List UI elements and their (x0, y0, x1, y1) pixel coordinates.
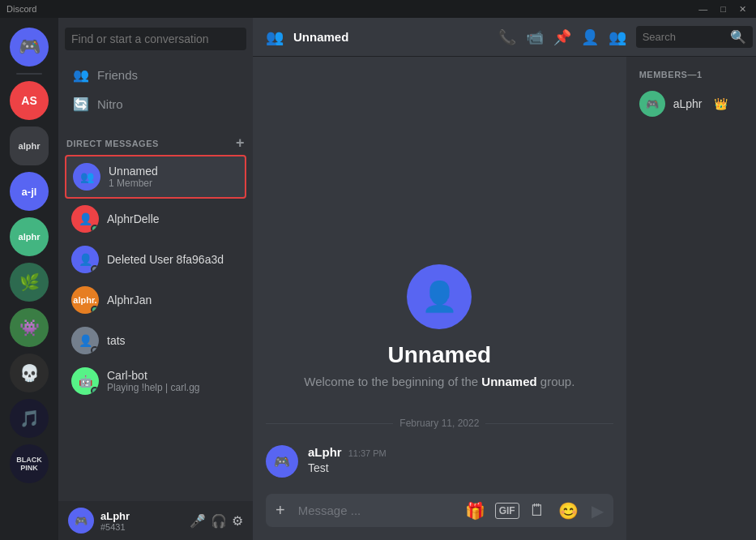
dm-item-deleteduser[interactable]: 👤 Deleted User 8fa96a3d (65, 239, 246, 280)
dm-header-label: DIRECT MESSAGES (66, 139, 159, 148)
chat-messages: 👤 Unnamed Welcome to the beginning of th… (253, 57, 626, 494)
server-icon-dark1[interactable]: 💀 (10, 354, 49, 392)
server-icon-nature[interactable]: 🌿 (10, 263, 49, 302)
server-icon-ajl[interactable]: a-jl (10, 172, 49, 211)
server-separator (16, 73, 42, 75)
close-button[interactable]: ✕ (736, 4, 750, 15)
server-label-nature: 🌿 (19, 272, 40, 292)
maximize-button[interactable]: □ (717, 4, 729, 15)
settings-icon[interactable]: ⚙ (232, 513, 243, 529)
server-label-bts: BLACKPINK (16, 456, 42, 472)
message-content: aLphr 11:37 PM Test (308, 445, 613, 477)
dm-name-alphrjan: AlphrJan (107, 294, 152, 306)
send-button[interactable]: ▶ (588, 495, 607, 527)
dm-header: DIRECT MESSAGES + (58, 122, 253, 155)
welcome-desc-prefix: Welcome to the beginning of the (304, 375, 481, 388)
dm-sub-unnamed: 1 Member (109, 178, 158, 189)
dm-info-carlbot: Carl-bot Playing !help | carl.gg (107, 369, 200, 393)
headphone-icon[interactable]: 🎧 (211, 513, 227, 529)
dm-avatar-unnamed: 👥 (73, 163, 100, 191)
search-input[interactable] (71, 32, 240, 45)
dm-item-carlbot[interactable]: 🤖 Carl-bot Playing !help | carl.gg (65, 361, 246, 401)
dm-avatar-deleteduser: 👤 (71, 246, 99, 273)
server-label-dark2: 🎵 (19, 409, 40, 428)
header-search-input[interactable] (643, 31, 725, 43)
dm-name-alphrdelle: AlphrDelle (107, 212, 160, 225)
dm-item-tats[interactable]: 👤 tats (65, 320, 246, 361)
message-avatar-icon: 🎮 (274, 454, 290, 469)
list-item[interactable]: 🎮 aLphr 👑 (633, 86, 756, 122)
dm-info-unnamed: Unnamed 1 Member (109, 165, 158, 189)
dm-sub-carlbot: Playing !help | carl.gg (107, 382, 200, 393)
server-sidebar: 🎮 AS alphr a-jl alphr 🌿 👾 💀 🎵 BLACKPINK (0, 18, 58, 540)
header-search[interactable]: 🔍 (636, 26, 753, 48)
dm-item-alphrdelle[interactable]: 👤 AlphrDelle (65, 199, 246, 239)
chat-area: 👤 Unnamed Welcome to the beginning of th… (253, 57, 626, 540)
dm-info-alphrjan: AlphrJan (107, 294, 152, 306)
add-attachment-button[interactable]: + (272, 495, 288, 526)
chat-area-wrapper: 👤 Unnamed Welcome to the beginning of th… (253, 57, 756, 540)
message-input[interactable] (295, 494, 455, 527)
video-icon[interactable]: 📹 (526, 28, 544, 46)
discord-home-button[interactable]: 🎮 (10, 28, 49, 66)
date-divider-text: February 11, 2022 (399, 418, 479, 429)
welcome-avatar-icon: 👤 (421, 280, 458, 314)
add-dm-button[interactable]: + (236, 135, 245, 152)
members-header: MEMBERS—1 (633, 70, 756, 86)
input-right-icons: 🎁 GIF 🗒 😊 ▶ (462, 495, 607, 527)
user-area-info: aLphr #5431 (100, 510, 183, 532)
dm-item-unnamed[interactable]: 👥 Unnamed 1 Member (65, 155, 246, 199)
pin-icon[interactable]: 📌 (553, 28, 571, 46)
message-avatar: 🎮 (266, 445, 298, 478)
nav-item-friends[interactable]: 👥 Friends (65, 60, 246, 89)
welcome-avatar: 👤 (407, 264, 472, 329)
titlebar: Discord — □ ✕ (0, 0, 756, 18)
dm-avatar-alphrjan: alphr. (71, 286, 99, 314)
chat-header-name: Unnamed (293, 30, 489, 44)
dm-avatar-tats: 👤 (71, 327, 99, 354)
add-member-icon[interactable]: 👤 (581, 28, 599, 46)
gift-icon[interactable]: 🎁 (462, 495, 489, 527)
nav-label-nitro: Nitro (97, 97, 123, 111)
server-icon-bts[interactable]: BLACKPINK (10, 444, 49, 483)
alphrdelle-status (91, 225, 99, 233)
tats-avatar-icon: 👤 (79, 334, 92, 347)
message-username: aLphr (308, 445, 342, 459)
server-icon-alphr2[interactable]: alphr (10, 217, 49, 256)
gif-button[interactable]: GIF (495, 503, 519, 519)
main-content: 👥 Unnamed 📞 📹 📌 👤 👥 🔍 📥 ❓ 👤 (253, 18, 756, 540)
server-icon-creeper[interactable]: 👾 (10, 308, 49, 347)
sidebar-nav: 👥 Friends 🔄 Nitro (58, 57, 253, 122)
chat-header-group-icon: 👥 (266, 28, 284, 46)
friends-icon: 👥 (73, 66, 89, 83)
server-icon-dark2[interactable]: 🎵 (10, 399, 49, 438)
message-input-box: + 🎁 GIF 🗒 😊 ▶ (266, 494, 613, 527)
server-label-alphr2: alphr (19, 232, 41, 242)
search-input-wrapper[interactable] (65, 28, 246, 50)
call-icon[interactable]: 📞 (498, 28, 516, 46)
server-label-creeper: 👾 (19, 318, 40, 337)
user-area-name: aLphr (100, 510, 183, 522)
welcome-name: Unnamed (388, 342, 492, 368)
dm-info-alphrdelle: AlphrDelle (107, 212, 160, 225)
minimize-button[interactable]: — (695, 4, 711, 15)
dm-name-carlbot: Carl-bot (107, 369, 200, 382)
members-icon[interactable]: 👥 (609, 28, 626, 46)
member-avatar-icon: 🎮 (646, 98, 659, 110)
dm-item-alphrjan[interactable]: alphr. AlphrJan (65, 280, 246, 320)
titlebar-title: Discord (6, 4, 36, 14)
chat-header: 👥 Unnamed 📞 📹 📌 👤 👥 🔍 📥 ❓ (253, 18, 756, 57)
server-icon-alphr1[interactable]: alphr (10, 126, 49, 165)
welcome-desc-suffix: group. (540, 375, 575, 388)
message-header: aLphr 11:37 PM (308, 445, 613, 459)
microphone-icon[interactable]: 🎤 (190, 513, 206, 529)
dm-name-tats: tats (107, 334, 126, 347)
nav-item-nitro[interactable]: 🔄 Nitro (65, 89, 246, 118)
alphrjan-avatar-label: alphr. (73, 295, 96, 305)
emoji-icon[interactable]: 😊 (555, 495, 582, 527)
server-label-alphr1: alphr (19, 141, 41, 151)
sticker-icon[interactable]: 🗒 (526, 495, 549, 526)
welcome-description: Welcome to the beginning of the Unnamed … (304, 375, 574, 388)
server-icon-as[interactable]: AS (10, 81, 49, 120)
message-time: 11:37 PM (348, 448, 387, 458)
